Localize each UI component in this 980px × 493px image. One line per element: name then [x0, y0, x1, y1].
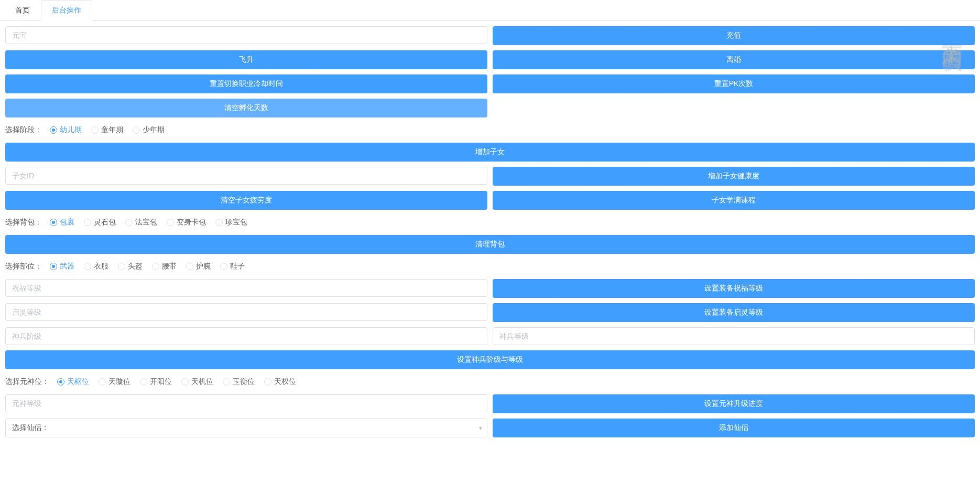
- main-content: 充值 飞升 离婚 重置切换职业冷却时间 重置PK次数 清空孵化天数 选择阶段： …: [0, 21, 980, 448]
- add-child-health-button[interactable]: 增加子女健康度: [493, 167, 975, 186]
- radio-part-yaodai[interactable]: 腰带: [152, 262, 177, 271]
- tab-home[interactable]: 首页: [4, 0, 41, 21]
- yuanbao-input[interactable]: [5, 26, 487, 44]
- radio-stage-tongnian[interactable]: 童年期: [91, 125, 123, 135]
- radio-stage-shaonian[interactable]: 少年期: [133, 125, 165, 135]
- yuanshen-radio-row: 选择元神位： 天枢位 天璇位 开阳位 天机位 玉衡位 天权位: [5, 374, 975, 389]
- radio-part-wuqi[interactable]: 武器: [50, 262, 74, 271]
- add-child-button[interactable]: 增加子女: [5, 143, 975, 162]
- radio-bag-bianshen[interactable]: 变身卡包: [167, 218, 206, 227]
- clear-bag-button[interactable]: 清理背包: [5, 235, 975, 254]
- radio-part-toukui[interactable]: 头盔: [118, 262, 143, 271]
- stage-radio-row: 选择阶段： 幼儿期 童年期 少年期: [5, 123, 975, 137]
- set-equip-qiling-button[interactable]: 设置装备启灵等级: [493, 303, 975, 322]
- radio-part-huwan[interactable]: 护腕: [186, 262, 211, 271]
- stage-label: 选择阶段：: [5, 125, 42, 135]
- child-full-course-button[interactable]: 子女学满课程: [493, 191, 975, 210]
- yuanshen-level-input[interactable]: [5, 394, 487, 412]
- yuanshen-label: 选择元神位：: [5, 377, 49, 387]
- radio-bag-lingshi[interactable]: 灵石包: [84, 218, 116, 227]
- xianlv-select[interactable]: 选择仙侣：: [5, 419, 487, 437]
- radio-ys-kaiyang[interactable]: 开阳位: [140, 377, 172, 387]
- set-shenbing-stage-button[interactable]: 设置神兵阶级与等级: [5, 350, 975, 369]
- radio-ys-tianshu[interactable]: 天枢位: [57, 377, 89, 387]
- clear-child-fatigue-button[interactable]: 清空子女疲劳度: [5, 191, 487, 210]
- bag-label: 选择背包：: [5, 218, 42, 227]
- shenbing-level-input[interactable]: [493, 327, 975, 345]
- part-label: 选择部位：: [5, 262, 42, 271]
- radio-bag-baoguo[interactable]: 包裹: [50, 218, 74, 227]
- divorce-button[interactable]: 离婚: [493, 50, 975, 69]
- clear-hatch-days-button[interactable]: 清空孵化天数: [5, 99, 487, 117]
- ascend-button[interactable]: 飞升: [5, 50, 487, 69]
- radio-stage-youer[interactable]: 幼儿期: [50, 125, 82, 135]
- radio-part-xiezi[interactable]: 鞋子: [220, 262, 245, 271]
- radio-ys-tianquan[interactable]: 天权位: [264, 377, 296, 387]
- reset-job-cooldown-button[interactable]: 重置切换职业冷却时间: [5, 74, 487, 93]
- recharge-button[interactable]: 充值: [493, 26, 975, 45]
- set-equip-bless-button[interactable]: 设置装备祝福等级: [493, 279, 975, 298]
- bag-radio-row: 选择背包： 包裹 灵石包 法宝包 变身卡包 珍宝包: [5, 215, 975, 230]
- add-xianlv-button[interactable]: 添加仙侣: [493, 419, 975, 437]
- radio-bag-zhenbao[interactable]: 珍宝包: [215, 218, 247, 227]
- radio-ys-yuheng[interactable]: 玉衡位: [223, 377, 255, 387]
- tab-admin[interactable]: 后台操作: [41, 0, 92, 21]
- part-radio-row: 选择部位： 武器 衣服 头盔 腰带 护腕 鞋子: [5, 259, 975, 274]
- radio-ys-tianxuan[interactable]: 天璇位: [99, 377, 130, 387]
- shenbing-stage-input[interactable]: [5, 327, 487, 345]
- tab-bar: 首页 后台操作: [0, 0, 980, 21]
- reset-pk-count-button[interactable]: 重置PK次数: [493, 74, 975, 93]
- radio-part-yifu[interactable]: 衣服: [84, 262, 108, 271]
- child-id-input[interactable]: [5, 167, 487, 185]
- set-yuanshen-progress-button[interactable]: 设置元神升级进度: [493, 394, 975, 413]
- qiling-level-input[interactable]: [5, 303, 487, 321]
- bless-level-input[interactable]: [5, 279, 487, 297]
- radio-bag-fabao[interactable]: 法宝包: [125, 218, 157, 227]
- radio-ys-tianji[interactable]: 天机位: [181, 377, 213, 387]
